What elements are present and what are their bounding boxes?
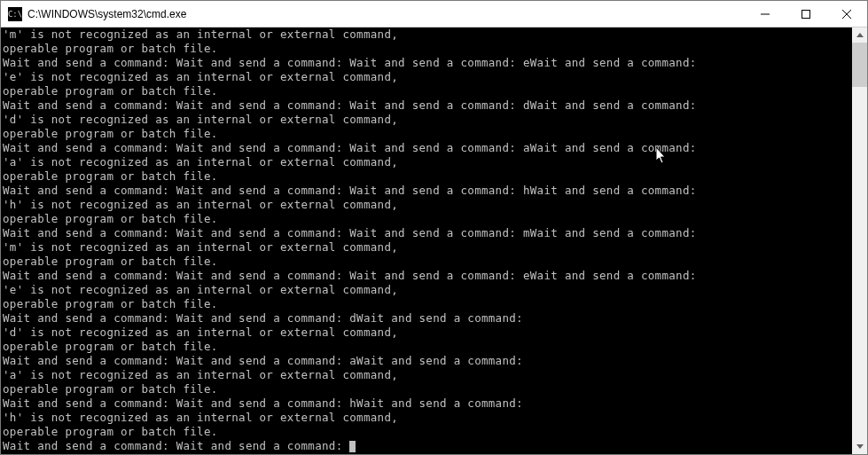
- titlebar[interactable]: C:\ C:\WINDOWS\system32\cmd.exe: [1, 1, 867, 27]
- console-output[interactable]: 'm' is not recognized as an internal or …: [1, 27, 852, 454]
- text-cursor: [349, 441, 356, 452]
- cmd-icon: C:\: [8, 7, 22, 21]
- scroll-down-button[interactable]: [852, 439, 867, 454]
- close-icon: [842, 10, 851, 19]
- window-title: C:\WINDOWS\system32\cmd.exe: [27, 8, 745, 20]
- console-area: 'm' is not recognized as an internal or …: [1, 27, 867, 454]
- vertical-scrollbar[interactable]: [852, 27, 867, 454]
- close-button[interactable]: [826, 1, 867, 27]
- svg-rect-1: [802, 10, 810, 18]
- chevron-up-icon: [856, 33, 864, 37]
- scroll-up-button[interactable]: [852, 27, 867, 43]
- scrollbar-track[interactable]: [852, 43, 867, 439]
- window-controls: [745, 1, 867, 27]
- maximize-button[interactable]: [786, 1, 826, 27]
- cmd-window: C:\ C:\WINDOWS\system32\cmd.exe 'm' is n…: [0, 0, 868, 455]
- maximize-icon: [802, 10, 810, 19]
- chevron-down-icon: [856, 444, 864, 449]
- scrollbar-thumb[interactable]: [852, 43, 867, 87]
- minimize-button[interactable]: [745, 1, 786, 27]
- minimize-icon: [761, 10, 770, 19]
